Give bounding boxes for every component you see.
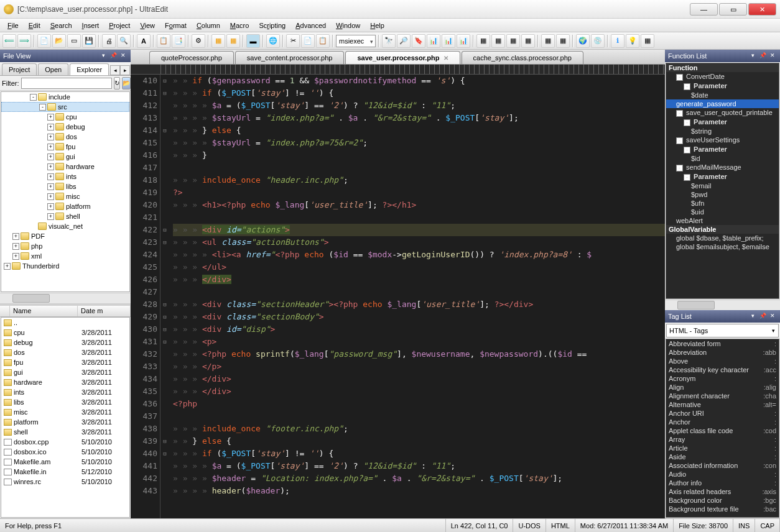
fold-toggle[interactable] — [160, 472, 169, 485]
menu-format[interactable]: Format — [160, 20, 192, 31]
file-row[interactable]: fpu3/28/2011 — [1, 357, 129, 367]
tb-t7[interactable]: ▦ — [521, 34, 535, 48]
fold-toggle[interactable] — [160, 485, 169, 497]
code-line[interactable]: » » » include_once "header.inc.php"; — [173, 174, 665, 186]
tree-item[interactable]: +Thunderbird — [1, 261, 129, 271]
code-line[interactable]: » » » <div id="actions"> — [173, 224, 665, 236]
folder-tree[interactable]: -include-src+cpu+debug+dos+fpu+gui+hardw… — [1, 91, 130, 292]
code-line[interactable]: » » » </div> — [173, 273, 665, 286]
fold-toggle[interactable] — [160, 286, 169, 298]
tab-open[interactable]: Open — [38, 63, 68, 75]
code-line[interactable]: » » » <ul class="actionButtons"> — [173, 236, 665, 249]
code-line[interactable]: » » » <p> — [173, 336, 665, 348]
minimize-button[interactable]: — — [690, 3, 718, 16]
tab-scroll-right-icon[interactable]: ▸ — [120, 65, 130, 75]
function-item[interactable]: webAlert — [666, 216, 779, 225]
tb-t5[interactable]: ▦ — [491, 34, 505, 48]
file-row[interactable]: hardware3/28/2011 — [1, 377, 129, 387]
tag-list[interactable]: Abbreviated form:Abbreviation:abbAbove:A… — [666, 339, 779, 518]
function-item[interactable]: global $emailsubject, $emailse — [666, 242, 779, 251]
tag-group-combo[interactable]: HTML - Tags — [666, 324, 779, 337]
code-line[interactable] — [173, 162, 665, 174]
file-row[interactable]: platform3/28/2011 — [1, 417, 129, 427]
code-line[interactable]: » » » <div class="sectionBody"> — [173, 311, 665, 323]
tag-close-icon[interactable]: ✕ — [768, 312, 777, 321]
expander-icon[interactable]: + — [47, 114, 54, 121]
tb-highlight[interactable]: ▬ — [246, 34, 260, 48]
file-row[interactable]: Makefile.am5/10/2010 — [1, 457, 129, 467]
maximize-button[interactable]: ▭ — [719, 3, 747, 16]
fold-column[interactable]: ⊟⊟⊟⊟⊟⊟⊟⊟⊟⊟⊟ — [160, 75, 169, 518]
code-line[interactable]: <?php — [173, 398, 665, 410]
code-line[interactable]: » » » » <li><a href="<?php echo ($id == … — [173, 249, 665, 261]
fold-toggle[interactable] — [160, 460, 169, 472]
editor-tab[interactable]: quoteProcessor.php — [149, 51, 234, 64]
expander-icon[interactable]: + — [47, 154, 54, 160]
expander-icon[interactable]: - — [684, 83, 690, 90]
function-item[interactable]: generate_password — [666, 99, 779, 108]
code-line[interactable]: » » » » $header = "Location: index.php?a… — [173, 472, 665, 485]
tb-t6[interactable]: ▦ — [506, 34, 520, 48]
code-line[interactable]: » » » if ($_POST['stay'] != '') { — [173, 87, 665, 99]
function-item[interactable]: $id — [666, 154, 779, 163]
menu-project[interactable]: Project — [104, 20, 135, 31]
tb-t8[interactable]: ▦ — [541, 34, 555, 48]
expander-icon[interactable]: + — [12, 253, 19, 260]
function-item[interactable]: - Parameter — [666, 81, 779, 91]
function-item[interactable]: - saveUserSettings — [666, 135, 779, 145]
expander-icon[interactable]: + — [4, 263, 11, 270]
tag-item[interactable]: Above: — [666, 357, 779, 365]
function-item[interactable]: - sendMailMessage — [666, 163, 779, 172]
tb-globe[interactable]: 🌐 — [266, 34, 280, 48]
code-line[interactable]: » » » <h1><?php echo $_lang['user_title'… — [173, 199, 665, 211]
function-item[interactable]: - Parameter — [666, 117, 779, 127]
fold-toggle[interactable] — [160, 211, 169, 224]
tb-q[interactable]: ▦ — [641, 34, 654, 48]
tb-t9[interactable]: ▦ — [556, 34, 570, 48]
fold-toggle[interactable]: ⊟ — [160, 447, 169, 460]
code-line[interactable]: » » } else { — [173, 435, 665, 447]
tb-t1[interactable]: 📊 — [427, 34, 440, 48]
function-item[interactable]: - save_user_quoted_printable — [666, 108, 779, 117]
expander-icon[interactable]: - — [30, 94, 37, 101]
expander-icon[interactable]: + — [47, 193, 54, 200]
file-row[interactable]: misc3/28/2011 — [1, 407, 129, 417]
function-item[interactable]: $date — [666, 91, 779, 99]
fold-toggle[interactable]: ⊟ — [160, 336, 169, 348]
tag-item[interactable]: Audio: — [666, 470, 779, 479]
fold-toggle[interactable] — [160, 410, 169, 423]
tree-item[interactable]: +cpu — [1, 112, 129, 122]
tag-item[interactable]: Anchor URI: — [666, 409, 779, 418]
fold-toggle[interactable] — [160, 273, 169, 286]
tb-open[interactable]: 📂 — [52, 34, 66, 48]
expander-icon[interactable]: + — [12, 243, 19, 250]
filter-input[interactable] — [21, 78, 112, 89]
file-row[interactable]: dosbox.cpp5/10/2010 — [1, 437, 129, 447]
menu-help[interactable]: Help — [365, 20, 389, 31]
tag-item[interactable]: Alignment character:cha — [666, 392, 779, 400]
menu-scripting[interactable]: Scripting — [254, 20, 290, 31]
menu-search[interactable]: Search — [45, 20, 77, 31]
tb-copy[interactable]: 📄 — [301, 34, 315, 48]
tb-world[interactable]: 🌍 — [576, 34, 590, 48]
file-row[interactable]: libs3/28/2011 — [1, 397, 129, 407]
function-item[interactable]: $uid — [666, 208, 779, 216]
tree-item[interactable]: +PDF — [1, 231, 129, 241]
tb-tool3[interactable]: ⚙ — [192, 34, 205, 48]
expander-icon[interactable]: - — [684, 119, 690, 126]
expander-icon[interactable]: - — [676, 137, 683, 144]
tb-t2[interactable]: 📊 — [442, 34, 455, 48]
function-item[interactable]: $string — [666, 127, 779, 135]
function-item[interactable]: - ConvertDate — [666, 72, 779, 81]
code-lines[interactable]: » » if ($genpassword == 1 && $passwordno… — [169, 75, 665, 518]
editor-tab[interactable]: save_user.processor.php✕ — [345, 51, 460, 64]
function-item[interactable]: - Parameter — [666, 145, 779, 154]
file-row[interactable]: cpu3/28/2011 — [1, 328, 129, 337]
code-line[interactable]: » » » include_once "footer.inc.php"; — [173, 423, 665, 435]
col-name[interactable]: Name — [10, 306, 78, 316]
tag-item[interactable]: Array: — [666, 435, 779, 444]
expander-icon[interactable]: - — [676, 165, 683, 172]
tab-scroll-left-icon[interactable]: ◂ — [110, 65, 120, 75]
file-row[interactable]: dos3/28/2011 — [1, 347, 129, 357]
expander-icon[interactable]: - — [684, 147, 690, 154]
